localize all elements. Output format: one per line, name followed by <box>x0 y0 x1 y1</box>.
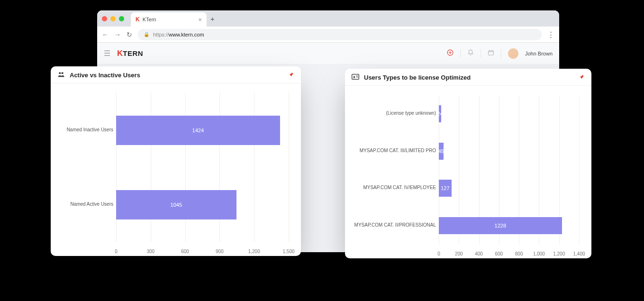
pin-icon[interactable] <box>289 72 294 79</box>
x-axis-tick: 0 <box>437 251 440 256</box>
category-label: MYSAP.COM CAT. III/LIMITED PRO <box>354 148 436 153</box>
users-icon <box>57 71 65 79</box>
category-label: (License type unknown) <box>354 110 436 116</box>
user-name: John Brown <box>525 51 553 56</box>
x-axis-tick: 200 <box>455 251 463 256</box>
x-axis-tick: 1,400 <box>573 251 585 256</box>
bell-icon[interactable] <box>467 49 474 57</box>
url-host: www.ktern.com <box>169 32 204 37</box>
favicon-icon: K <box>136 16 140 23</box>
category-label: Named Active Users <box>59 201 113 207</box>
divider <box>501 49 501 58</box>
app-header: ☰ KTERN John Brown <box>97 43 559 64</box>
chart-area-right: 02004006008001,0001,2001,400(License typ… <box>345 86 591 256</box>
panel-active-inactive-users: Active vs Inactive Users 03006009001,200… <box>51 66 301 256</box>
logo-k: K <box>117 49 123 58</box>
chart-area-left: 03006009001,2001,500Named Inactive Users… <box>51 83 301 254</box>
bar[interactable]: 1045 <box>116 190 236 219</box>
category-label: MYSAP.COM CAT. IV/EMPLOYEE <box>354 185 436 190</box>
avatar[interactable] <box>508 48 518 59</box>
x-axis-tick: 300 <box>146 249 154 254</box>
window-controls <box>102 16 124 21</box>
bar[interactable]: 1424 <box>116 116 280 145</box>
svg-point-2 <box>59 72 61 74</box>
divider <box>460 49 461 58</box>
svg-point-3 <box>62 72 63 74</box>
forward-icon[interactable]: → <box>114 31 121 38</box>
panel-title: Users Types to be license Optimized <box>364 74 471 81</box>
x-axis-tick: 600 <box>495 251 503 256</box>
bar[interactable]: 1228 <box>439 217 562 234</box>
grid-line <box>579 95 580 244</box>
chart-active-inactive: 03006009001,2001,500Named Inactive Users… <box>59 93 292 254</box>
calendar-icon[interactable] <box>488 49 494 57</box>
panel-title: Active vs Inactive Users <box>70 72 140 79</box>
x-axis-tick: 1,200 <box>248 249 260 254</box>
svg-point-5 <box>354 76 355 77</box>
category-label: Named Inactive Users <box>59 127 113 132</box>
back-icon[interactable]: ← <box>102 31 109 38</box>
browser-toolbar: ← → ↻ 🔒 https://www.ktern.com ⋮ <box>97 27 559 43</box>
hamburger-menu-icon[interactable]: ☰ <box>104 49 110 58</box>
chart-license-types: 02004006008001,0001,2001,400(License typ… <box>354 95 583 256</box>
new-tab-icon[interactable]: + <box>210 15 215 23</box>
divider <box>481 49 481 58</box>
x-axis-tick: 900 <box>216 249 224 254</box>
svg-rect-1 <box>489 51 494 55</box>
category-label: MYSAP.COM CAT. II/PROFESSIONAL <box>354 222 436 228</box>
close-tab-icon[interactable]: × <box>198 16 202 23</box>
panel-license-optimized: Users Types to be license Optimized 0200… <box>345 69 591 258</box>
svg-rect-4 <box>352 74 359 80</box>
grid-line <box>289 93 289 242</box>
panel-header: Users Types to be license Optimized <box>345 69 591 86</box>
maximize-window-icon[interactable] <box>119 16 124 21</box>
bar[interactable]: 24 <box>439 105 441 122</box>
app-logo: KTERN <box>117 49 143 58</box>
add-icon[interactable] <box>447 49 454 57</box>
close-window-icon[interactable] <box>102 16 107 21</box>
bar[interactable]: 127 <box>439 180 452 197</box>
url-field[interactable]: 🔒 https://www.ktern.com <box>138 29 542 40</box>
browser-menu-icon[interactable]: ⋮ <box>547 30 554 39</box>
browser-tab-title: KTern <box>143 17 156 22</box>
pin-icon[interactable] <box>579 74 585 81</box>
x-axis-tick: 0 <box>115 249 118 254</box>
x-axis-tick: 800 <box>515 251 523 256</box>
bar[interactable]: 45 <box>439 143 444 160</box>
reload-icon[interactable]: ↻ <box>127 31 132 38</box>
logo-tern: TERN <box>123 49 143 57</box>
id-card-icon <box>352 73 359 82</box>
panel-header: Active vs Inactive Users <box>51 66 301 83</box>
browser-tab-strip: K KTern × + <box>97 10 559 27</box>
browser-tab[interactable]: K KTern × <box>131 12 207 27</box>
x-axis-tick: 1,200 <box>553 251 565 256</box>
x-axis-tick: 400 <box>475 251 483 256</box>
url-prefix: https:// <box>153 32 169 37</box>
x-axis-tick: 600 <box>181 249 189 254</box>
minimize-window-icon[interactable] <box>110 16 116 21</box>
lock-icon: 🔒 <box>144 32 149 37</box>
x-axis-tick: 1,000 <box>533 251 545 256</box>
x-axis-tick: 1,500 <box>282 249 294 254</box>
